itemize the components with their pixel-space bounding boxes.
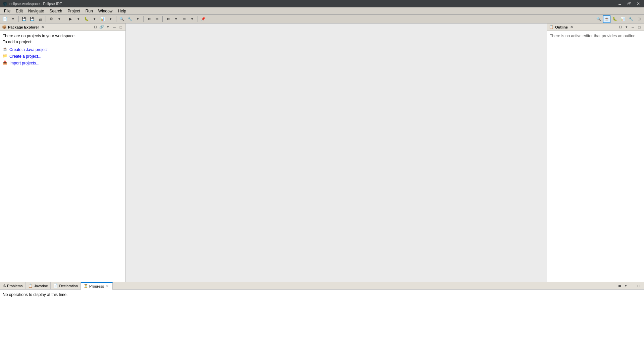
toolbar-pin-btn[interactable]: 📌 <box>200 15 207 23</box>
bottom-tabs-left: ⚠ Problems 📋 Javadoc 📄 Declaration ⏳ Pro… <box>0 282 113 290</box>
create-project-icon: 📁 <box>3 54 8 59</box>
menu-run[interactable]: Run <box>83 8 96 14</box>
upper-area: 📦 Package Explorer ✕ ⊟ 🔗 ▾ ─ □ There are… <box>0 23 644 282</box>
toolbar-next-edit-btn[interactable]: ➡ <box>153 15 161 23</box>
no-projects-message: There are no projects in your workspace. <box>3 34 123 38</box>
bottom-maximize-btn[interactable]: □ <box>636 283 641 289</box>
view-menu-btn[interactable]: ▾ <box>105 24 111 30</box>
toolbar-perspective3-btn[interactable]: 📊 <box>619 15 627 23</box>
outline-content: There is no active editor that provides … <box>547 31 644 282</box>
main-layout: 📦 Package Explorer ✕ ⊟ 🔗 ▾ ─ □ There are… <box>0 23 644 349</box>
package-explorer-icon: 📦 <box>2 25 7 29</box>
menu-window[interactable]: Window <box>96 8 115 14</box>
maximize-button[interactable]: 🗗 <box>626 1 633 6</box>
toolbar-open-perspective-btn[interactable]: ⊞ <box>635 15 643 23</box>
toolbar-save-all-btn[interactable]: 💾 <box>29 15 36 23</box>
package-explorer-panel: 📦 Package Explorer ✕ ⊟ 🔗 ▾ ─ □ There are… <box>0 23 126 282</box>
toolbar-debug-dropdown[interactable]: ▾ <box>91 15 98 23</box>
toolbar-search-icon-btn[interactable]: 🔍 <box>595 15 602 23</box>
title-bar: 🌑 eclipse-workspace - Eclipse IDE 🗕 🗗 ✕ <box>0 0 644 7</box>
toolbar-sep-3 <box>65 16 65 22</box>
problems-icon: ⚠ <box>3 284 6 288</box>
tab-javadoc[interactable]: 📋 Javadoc <box>25 282 51 290</box>
progress-icon: ⏳ <box>84 284 88 288</box>
outline-maximize-btn[interactable]: □ <box>637 24 642 30</box>
title-bar-icon: 🌑 <box>3 2 7 6</box>
create-java-icon: ☕ <box>3 47 8 52</box>
toolbar-run-dropdown[interactable]: ▾ <box>75 15 82 23</box>
outline-title: 📋 Outline ✕ <box>549 25 574 30</box>
toolbar-run-btn[interactable]: ▶ <box>67 15 74 23</box>
minimize-panel-btn[interactable]: ─ <box>112 24 117 30</box>
outline-collapse-btn[interactable]: ⊟ <box>618 24 623 30</box>
minimize-button[interactable]: 🗕 <box>616 1 623 6</box>
toolbar-debug-btn[interactable]: 🐛 <box>83 15 90 23</box>
toolbar-sep-7 <box>198 16 198 22</box>
maximize-panel-btn[interactable]: □ <box>118 24 123 30</box>
collapse-all-btn[interactable]: ⊟ <box>93 24 98 30</box>
toolbar-coverage-btn[interactable]: 📊 <box>99 15 106 23</box>
menu-navigate[interactable]: Navigate <box>25 8 47 14</box>
menu-help[interactable]: Help <box>115 8 129 14</box>
bottom-tabs: ⚠ Problems 📋 Javadoc 📄 Declaration ⏳ Pro… <box>0 282 644 290</box>
toolbar-search-btn[interactable]: 🔍 <box>118 15 125 23</box>
menu-file[interactable]: File <box>1 8 13 14</box>
toolbar-sep-1 <box>18 16 19 22</box>
bottom-view-menu-btn[interactable]: ▾ <box>623 283 629 289</box>
toolbar-back-dropdown[interactable]: ▾ <box>172 15 180 23</box>
toolbar-forward-btn[interactable]: ➡ <box>180 15 188 23</box>
toolbar-perspective1-btn[interactable]: ☕ <box>603 15 610 23</box>
toolbar-forward-dropdown[interactable]: ▾ <box>189 15 196 23</box>
toolbar-perspective2-btn[interactable]: 🐛 <box>611 15 619 23</box>
toolbar-refactor-btn[interactable]: 🔧 <box>126 15 133 23</box>
toolbar-coverage-dropdown[interactable]: ▾ <box>107 15 114 23</box>
bottom-tabs-actions: ⏹ ▾ ─ □ <box>617 283 644 289</box>
close-button[interactable]: ✕ <box>635 1 641 6</box>
toolbar-sep-6 <box>162 16 163 22</box>
create-java-project-link[interactable]: ☕ Create a Java project <box>3 47 123 52</box>
package-explorer-header: 📦 Package Explorer ✕ ⊟ 🔗 ▾ ─ □ <box>0 23 125 31</box>
outline-menu-btn[interactable]: ▾ <box>624 24 629 30</box>
create-java-label: Create a Java project <box>9 47 48 52</box>
outline-close[interactable]: ✕ <box>569 25 574 30</box>
outline-no-editor-message: There is no active editor that provides … <box>550 34 637 38</box>
declaration-label: Declaration <box>59 284 78 288</box>
menu-project[interactable]: Project <box>65 8 83 14</box>
create-project-link[interactable]: 📁 Create a project... <box>3 54 123 59</box>
toolbar-save-btn[interactable]: 💾 <box>20 15 28 23</box>
outline-icon: 📋 <box>549 25 554 29</box>
title-bar-title: eclipse-workspace - Eclipse IDE <box>9 2 62 6</box>
package-explorer-title: 📦 Package Explorer ✕ <box>2 25 45 30</box>
outline-actions: ⊟ ▾ ─ □ <box>618 24 642 30</box>
menu-edit[interactable]: Edit <box>13 8 25 14</box>
declaration-icon: 📄 <box>53 284 58 288</box>
toolbar-perspective4-btn[interactable]: 🔧 <box>627 15 635 23</box>
toolbar-new-dropdown[interactable]: ▾ <box>9 15 17 23</box>
toolbar-build-dropdown[interactable]: ▾ <box>56 15 63 23</box>
javadoc-label: Javadoc <box>34 284 48 288</box>
toolbar-back-btn[interactable]: ⬅ <box>164 15 172 23</box>
stop-all-btn[interactable]: ⏹ <box>617 283 622 289</box>
toolbar-print-btn[interactable]: 🖨 <box>37 15 44 23</box>
tab-declaration[interactable]: 📄 Declaration <box>51 282 81 290</box>
link-editor-btn[interactable]: 🔗 <box>99 24 104 30</box>
bottom-content: No operations to display at this time. <box>0 290 644 349</box>
bottom-minimize-btn[interactable]: ─ <box>630 283 635 289</box>
tab-progress[interactable]: ⏳ Progress ✕ <box>81 282 113 290</box>
toolbar-refactor-dropdown[interactable]: ▾ <box>134 15 142 23</box>
outline-panel: 📋 Outline ✕ ⊟ ▾ ─ □ There is no active e… <box>547 23 644 282</box>
toolbar-prev-edit-btn[interactable]: ⬅ <box>145 15 153 23</box>
toolbar-sep-5 <box>143 16 144 22</box>
toolbar: 📄 ▾ 💾 💾 🖨 ⚙ ▾ ▶ ▾ 🐛 ▾ 📊 ▾ 🔍 🔧 ▾ ⬅ ➡ ⬅ ▾ … <box>0 15 644 23</box>
import-projects-link[interactable]: 📥 Import projects... <box>3 60 123 66</box>
tab-problems[interactable]: ⚠ Problems <box>0 282 25 290</box>
toolbar-sep-2 <box>46 16 46 22</box>
progress-close[interactable]: ✕ <box>105 284 110 289</box>
outline-minimize-btn[interactable]: ─ <box>630 24 636 30</box>
toolbar-new-btn[interactable]: 📄 <box>1 15 9 23</box>
package-explorer-label: Package Explorer <box>8 25 39 29</box>
package-explorer-close[interactable]: ✕ <box>40 25 45 30</box>
bottom-panel: ⚠ Problems 📋 Javadoc 📄 Declaration ⏳ Pro… <box>0 282 644 349</box>
menu-search[interactable]: Search <box>47 8 65 14</box>
toolbar-build-btn[interactable]: ⚙ <box>48 15 55 23</box>
